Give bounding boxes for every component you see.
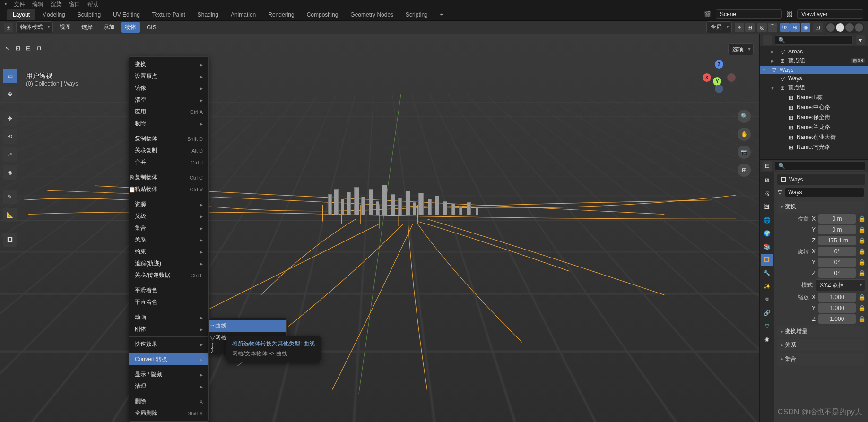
menu-item[interactable]: 设置原点▸ bbox=[129, 70, 208, 82]
menu-item[interactable]: 父级▸ bbox=[129, 210, 208, 222]
panel-transform[interactable]: 变换 bbox=[777, 201, 865, 213]
menu-file[interactable]: 文件 bbox=[14, 0, 25, 9]
ptab-scene[interactable]: 🌐 bbox=[761, 214, 773, 226]
editor-type-icon[interactable]: ⊞ bbox=[4, 23, 13, 32]
zoom-icon[interactable]: 🔍 bbox=[738, 110, 751, 123]
submenu-item[interactable]: ⊃曲线 bbox=[209, 320, 286, 332]
tab-modeling[interactable]: Modeling bbox=[36, 9, 71, 20]
wireframe-icon[interactable] bbox=[826, 23, 835, 32]
tool-transform[interactable]: ◈ bbox=[3, 165, 17, 180]
curve-icon[interactable]: ⌒ bbox=[768, 23, 777, 32]
viewlayer-name[interactable]: ViewLayer bbox=[797, 9, 863, 19]
tab-add[interactable]: + bbox=[434, 9, 449, 20]
hdr-object[interactable]: 物体 bbox=[121, 22, 140, 33]
axis-x[interactable]: X bbox=[703, 73, 711, 82]
tab-texture[interactable]: Texture Paint bbox=[147, 9, 191, 20]
tab-geonodes[interactable]: Geometry Nodes bbox=[345, 9, 399, 20]
menu-item[interactable]: 变换▸ bbox=[129, 59, 208, 70]
orientation-dropdown[interactable]: 全局 bbox=[706, 21, 732, 33]
tab-sculpting[interactable]: Sculpting bbox=[72, 9, 106, 20]
nav-gizmo[interactable]: Z X Y bbox=[703, 60, 736, 93]
scl-z[interactable]: 1.000 bbox=[818, 314, 856, 324]
props-search[interactable]: 🔍 bbox=[775, 161, 865, 171]
menu-item[interactable]: 追踪(轨迹)▸ bbox=[129, 258, 208, 269]
hdr-view[interactable]: 视图 bbox=[56, 22, 75, 33]
tool-measure[interactable]: 📐 bbox=[3, 208, 17, 222]
tree-row[interactable]: ⊞Name:创业大街 bbox=[760, 132, 868, 142]
ptab-object[interactable]: 🞐 bbox=[761, 254, 773, 266]
menu-item[interactable]: 快速效果▸ bbox=[129, 338, 208, 350]
tab-animation[interactable]: Animation bbox=[225, 9, 261, 20]
menu-item[interactable]: 关系▸ bbox=[129, 234, 208, 246]
tree-row[interactable]: ⊞Name:保全街 bbox=[760, 112, 868, 122]
menu-item[interactable]: 平滑着色 bbox=[129, 284, 208, 296]
persp-icon[interactable]: ⊞ bbox=[738, 164, 751, 177]
axis-neg-z[interactable] bbox=[715, 85, 723, 93]
select-int-icon[interactable]: ⊓ bbox=[34, 43, 43, 53]
panel-relations[interactable]: 关系 bbox=[777, 339, 865, 351]
loc-x[interactable]: 0 m bbox=[818, 214, 856, 224]
select-sub-icon[interactable]: ⊟ bbox=[24, 43, 33, 53]
menu-help[interactable]: 帮助 bbox=[87, 0, 99, 9]
ptab-data[interactable]: ▽ bbox=[761, 320, 773, 332]
scl-x[interactable]: 1.000 bbox=[818, 293, 856, 302]
xray-icon[interactable]: ⊡ bbox=[813, 23, 823, 32]
tool-cursor[interactable]: ⊕ bbox=[3, 87, 17, 101]
ptab-output[interactable]: 🖨 bbox=[761, 188, 773, 200]
outliner-type-icon[interactable]: ≣ bbox=[763, 35, 772, 45]
tool-addcube[interactable]: 🞐 bbox=[3, 233, 17, 247]
tree-row[interactable]: ▸⊞顶点组⊞ 99 bbox=[760, 56, 868, 66]
tool-rotate[interactable]: ⟲ bbox=[3, 129, 17, 144]
menu-item[interactable]: 资源▸ bbox=[129, 198, 208, 210]
tab-compositing[interactable]: Compositing bbox=[301, 9, 344, 20]
tree-row[interactable]: ▽Ways bbox=[760, 74, 868, 83]
tree-row[interactable]: ▸▽Areas bbox=[760, 47, 868, 56]
options-dropdown[interactable]: 选项 bbox=[728, 43, 754, 55]
ptab-physics[interactable]: ⚛ bbox=[761, 293, 773, 306]
ptab-viewlayer[interactable]: 🖼 bbox=[761, 201, 773, 213]
menu-item[interactable]: 合并Ctrl J bbox=[129, 156, 208, 168]
scl-y[interactable]: 1.000 bbox=[818, 303, 856, 313]
ptab-constraint[interactable]: 🔗 bbox=[761, 307, 773, 319]
tab-shading[interactable]: Shading bbox=[192, 9, 224, 20]
tab-rendering[interactable]: Rendering bbox=[262, 9, 300, 20]
tool-select[interactable]: ▭ bbox=[3, 69, 17, 83]
tree-row[interactable]: ⊞Name:B栋 bbox=[760, 93, 868, 103]
axis-neg-x[interactable] bbox=[727, 73, 736, 82]
tree-row[interactable]: ▾▽Ways bbox=[760, 66, 868, 74]
overlay-icon[interactable]: ◉ bbox=[801, 23, 810, 32]
camera-icon[interactable]: 📷 bbox=[738, 146, 751, 159]
menu-item[interactable]: ⎘复制物体Ctrl C bbox=[129, 172, 208, 183]
proportional-icon[interactable]: ◎ bbox=[757, 23, 767, 32]
ptab-material[interactable]: ◉ bbox=[761, 333, 773, 345]
shading-mode[interactable] bbox=[825, 22, 864, 33]
panel-delta[interactable]: 变换增量 bbox=[777, 326, 865, 337]
rot-z[interactable]: 0° bbox=[818, 268, 856, 278]
mode-dropdown[interactable]: 物体模式 bbox=[16, 21, 53, 33]
pan-icon[interactable]: ✋ bbox=[738, 128, 751, 141]
hdr-select[interactable]: 选择 bbox=[78, 22, 96, 33]
menu-edit[interactable]: 编辑 bbox=[32, 0, 43, 9]
menu-item[interactable]: 吸附▸ bbox=[129, 118, 208, 129]
menu-item[interactable]: 📋粘贴物体Ctrl V bbox=[129, 183, 208, 195]
menu-item[interactable]: 动画▸ bbox=[129, 311, 208, 323]
tool-move[interactable]: ✥ bbox=[3, 112, 17, 126]
rot-mode[interactable]: XYZ 欧拉 bbox=[816, 279, 865, 291]
hdr-gis[interactable]: GIS bbox=[143, 23, 160, 32]
axis-y[interactable]: Y bbox=[713, 77, 721, 86]
gizmo-toggle-icon[interactable]: ⊕ bbox=[790, 23, 800, 32]
ptab-modifier[interactable]: 🔧 bbox=[761, 267, 773, 279]
menu-item[interactable]: 约束▸ bbox=[129, 246, 208, 258]
snap-icon[interactable]: ⌖ bbox=[735, 23, 744, 32]
visibility-icon[interactable]: 👁 bbox=[780, 23, 790, 32]
panel-collections[interactable]: 集合 bbox=[777, 353, 865, 365]
menu-window[interactable]: 窗口 bbox=[69, 0, 80, 9]
ptab-particles[interactable]: ✨ bbox=[761, 280, 773, 293]
rot-x[interactable]: 0° bbox=[818, 247, 856, 256]
lock-icon[interactable]: 🔒 bbox=[859, 215, 865, 222]
axis-z[interactable]: Z bbox=[715, 60, 723, 69]
ptab-world[interactable]: 🌍 bbox=[761, 227, 773, 240]
tree-row[interactable]: ⊞Name:兰龙路 bbox=[760, 122, 868, 132]
menu-item[interactable]: 集合▸ bbox=[129, 222, 208, 234]
interaction-mode-icon[interactable]: ↖ bbox=[3, 43, 12, 53]
